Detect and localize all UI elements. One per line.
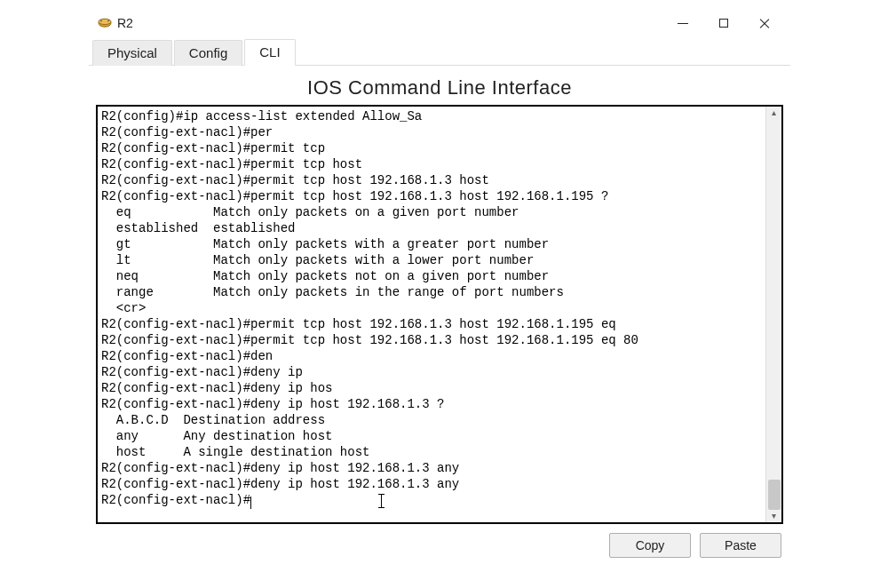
paste-button[interactable]: Paste — [700, 533, 781, 558]
app-window: R2 Physical Config CLI IOS Command Line … — [89, 9, 790, 565]
pane-title: IOS Command Line Interface — [96, 76, 783, 99]
text-caret — [250, 497, 251, 509]
cli-terminal[interactable]: R2(config)#ip access-list extended Allow… — [98, 107, 765, 522]
copy-button[interactable]: Copy — [609, 533, 691, 558]
svg-point-1 — [99, 19, 111, 24]
terminal-container: R2(config)#ip access-list extended Allow… — [96, 105, 783, 524]
tab-config[interactable]: Config — [174, 40, 242, 66]
close-button[interactable] — [744, 11, 785, 36]
window-title: R2 — [117, 16, 133, 30]
maximize-button[interactable] — [703, 11, 744, 36]
cli-pane: IOS Command Line Interface R2(config)#ip… — [89, 66, 790, 565]
scroll-up-icon[interactable]: ▴ — [772, 108, 776, 117]
titlebar[interactable]: R2 — [89, 9, 790, 37]
scroll-thumb[interactable] — [768, 480, 781, 510]
vertical-scrollbar[interactable]: ▴ ▾ — [765, 107, 781, 522]
tab-cli[interactable]: CLI — [244, 39, 295, 66]
router-icon — [98, 16, 112, 30]
tab-bar: Physical Config CLI — [89, 37, 790, 66]
minimize-button[interactable] — [662, 11, 703, 36]
button-row: Copy Paste — [96, 524, 783, 558]
tab-physical[interactable]: Physical — [92, 40, 172, 66]
ibeam-cursor-icon — [378, 494, 385, 508]
scroll-down-icon[interactable]: ▾ — [772, 512, 776, 520]
